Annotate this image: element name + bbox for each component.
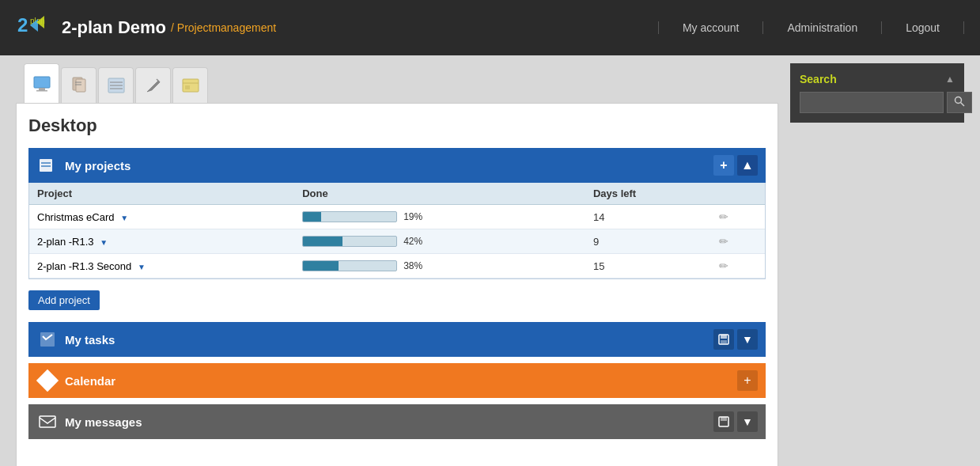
search-input-row [800, 92, 955, 113]
progress-container: 42% [302, 236, 577, 247]
edit-icon[interactable]: ✏ [719, 210, 728, 223]
projects-table: Project Done Days left Christmas eCard ▼… [29, 183, 765, 278]
project-name[interactable]: Christmas eCard [37, 211, 115, 223]
svg-rect-22 [40, 332, 55, 347]
table-row: 2-plan -R1.3 ▼ 42% 9✏ [29, 229, 765, 254]
progress-text: 42% [403, 236, 422, 247]
tasks-actions: ▼ [713, 329, 758, 350]
messages-section-header: My messages ▼ [28, 404, 766, 439]
search-box: Search ▲ [790, 63, 964, 123]
svg-line-30 [961, 103, 965, 107]
search-button[interactable] [947, 92, 972, 113]
svg-rect-8 [76, 79, 85, 92]
dropdown-arrow[interactable]: ▼ [138, 263, 146, 271]
messages-actions: ▼ [713, 411, 758, 432]
project-days-cell: 9 [585, 229, 711, 254]
projects-table-wrapper: Project Done Days left Christmas eCard ▼… [28, 183, 766, 279]
project-days-cell: 14 [585, 205, 711, 229]
progress-bar-fill [303, 261, 339, 271]
tab-desktop[interactable] [24, 63, 59, 103]
tab-edit[interactable] [135, 67, 171, 103]
progress-container: 19% [302, 211, 577, 222]
projects-toggle-btn[interactable]: ▲ [737, 155, 758, 176]
nav-administration[interactable]: Administration [763, 21, 882, 34]
search-header: Search ▲ [800, 73, 955, 85]
svg-point-29 [955, 97, 962, 104]
svg-rect-19 [40, 159, 52, 172]
project-edit-cell: ✏ [711, 205, 765, 229]
project-name-cell: 2-plan -R1.3 ▼ [29, 229, 294, 254]
project-days-cell: 15 [585, 254, 711, 278]
col-project: Project [29, 183, 294, 205]
table-row: Christmas eCard ▼ 19% 14✏ [29, 205, 765, 229]
dropdown-arrow[interactable]: ▼ [120, 214, 128, 222]
add-project-button[interactable]: Add project [28, 290, 100, 310]
messages-section: My messages ▼ [28, 404, 766, 439]
messages-icon [36, 411, 59, 433]
main-wrapper: Desktop My projects + ▲ [0, 55, 980, 466]
progress-text: 19% [403, 211, 422, 222]
svg-rect-26 [40, 416, 55, 427]
nav-logout[interactable]: Logout [882, 21, 964, 34]
svg-rect-24 [721, 335, 727, 339]
table-row: 2-plan -R1.3 Second ▼ 38% 15✏ [29, 254, 765, 278]
edit-icon[interactable]: ✏ [719, 235, 728, 248]
messages-toggle-btn[interactable]: ▼ [737, 411, 758, 432]
project-name[interactable]: 2-plan -R1.3 [37, 236, 94, 248]
logo-icon: 2 plan [16, 8, 55, 47]
progress-bar-bg [302, 211, 397, 222]
progress-bar-bg [302, 260, 397, 271]
project-edit-cell: ✏ [711, 254, 765, 278]
progress-text: 38% [403, 260, 422, 271]
project-name-cell: 2-plan -R1.3 Second ▼ [29, 254, 294, 278]
calendar-actions: + [737, 370, 758, 391]
svg-rect-4 [34, 77, 50, 88]
search-collapse-icon[interactable]: ▲ [945, 74, 955, 85]
progress-bar-fill [303, 237, 342, 246]
calendar-section-header: Calendar + [28, 363, 766, 398]
tasks-save-btn[interactable] [713, 329, 734, 350]
tasks-icon [36, 328, 59, 350]
right-panel: Search ▲ [790, 63, 964, 466]
messages-save-btn[interactable] [713, 411, 734, 432]
tab-list[interactable] [98, 67, 134, 103]
tasks-title: My tasks [65, 333, 713, 347]
calendar-title: Calendar [65, 374, 737, 388]
header: 2 plan 2-plan Demo / Projectmanagement M… [0, 0, 980, 55]
projects-title: My projects [65, 159, 713, 172]
project-name-cell: Christmas eCard ▼ [29, 205, 294, 229]
project-done-cell: 42% [294, 229, 585, 254]
project-edit-cell: ✏ [711, 229, 765, 254]
content-box: Desktop My projects + ▲ [16, 103, 778, 466]
projects-section: My projects + ▲ Project Done Days left [28, 148, 766, 322]
toolbar-tabs [16, 63, 778, 103]
edit-icon[interactable]: ✏ [719, 260, 728, 272]
projects-actions: + ▲ [713, 155, 758, 176]
svg-rect-18 [185, 85, 190, 89]
col-actions [711, 183, 765, 205]
svg-rect-25 [721, 340, 727, 343]
svg-rect-5 [39, 88, 45, 90]
calendar-diamond-icon [36, 369, 59, 392]
col-days-left: Days left [585, 183, 711, 205]
dropdown-arrow[interactable]: ▼ [100, 238, 108, 247]
projects-icon [36, 154, 59, 176]
progress-container: 38% [302, 260, 577, 271]
svg-rect-6 [36, 90, 47, 92]
project-done-cell: 19% [294, 205, 585, 229]
messages-title: My messages [65, 415, 713, 429]
tab-share[interactable] [172, 67, 208, 103]
calendar-add-btn[interactable]: + [737, 370, 758, 391]
left-panel: Desktop My projects + ▲ [16, 63, 778, 466]
svg-rect-28 [721, 417, 727, 421]
project-done-cell: 38% [294, 254, 585, 278]
projects-tbody: Christmas eCard ▼ 19% 14✏2-plan -R1.3 ▼ … [29, 205, 765, 278]
svg-text:2: 2 [17, 14, 28, 36]
tab-documents[interactable] [61, 67, 96, 103]
projects-section-header: My projects + ▲ [28, 148, 766, 183]
nav-my-account[interactable]: My account [658, 21, 764, 34]
search-input[interactable] [800, 92, 944, 113]
tasks-toggle-btn[interactable]: ▼ [737, 329, 758, 350]
projects-add-btn[interactable]: + [713, 155, 734, 176]
project-name[interactable]: 2-plan -R1.3 Second [37, 260, 131, 272]
